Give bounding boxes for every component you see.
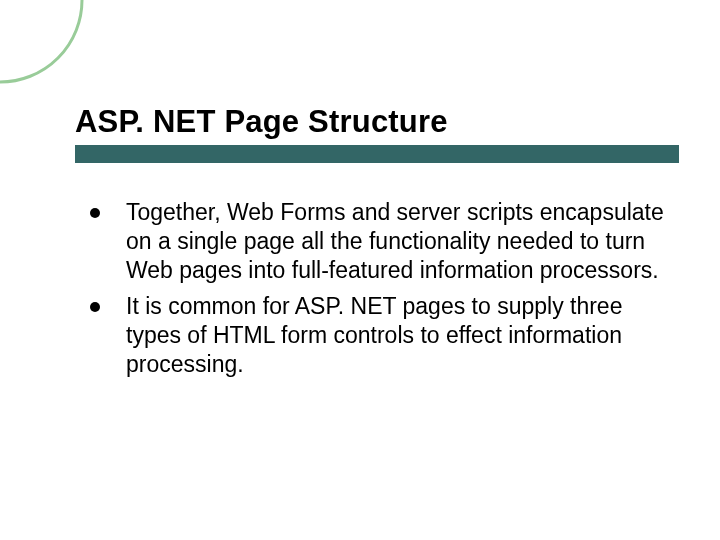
slide-title: ASP. NET Page Structure bbox=[75, 105, 680, 139]
bullet-text: Together, Web Forms and server scripts e… bbox=[126, 198, 665, 286]
bullet-text: It is common for ASP. NET pages to suppl… bbox=[126, 292, 665, 380]
title-underline bbox=[75, 145, 679, 163]
bullet-icon bbox=[90, 208, 100, 218]
list-item: It is common for ASP. NET pages to suppl… bbox=[90, 292, 665, 380]
slide: ASP. NET Page Structure Together, Web Fo… bbox=[0, 0, 720, 540]
slide-body: Together, Web Forms and server scripts e… bbox=[90, 198, 665, 385]
corner-arc-decoration bbox=[0, 0, 90, 90]
title-block: ASP. NET Page Structure bbox=[75, 105, 680, 163]
svg-point-0 bbox=[0, 0, 82, 82]
bullet-icon bbox=[90, 302, 100, 312]
list-item: Together, Web Forms and server scripts e… bbox=[90, 198, 665, 286]
